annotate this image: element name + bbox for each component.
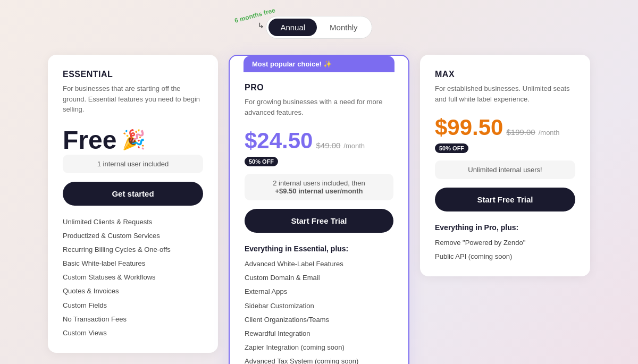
essential-price: Free 🎉 bbox=[63, 125, 203, 155]
pro-price-amount: $24.50 bbox=[245, 128, 313, 154]
essential-users-info: 1 internal user included bbox=[63, 155, 203, 173]
list-item: Custom Fields bbox=[63, 301, 203, 310]
list-item: Sidebar Customization bbox=[245, 301, 393, 311]
pro-cta-button[interactable]: Start Free Trial bbox=[245, 209, 393, 233]
pro-plan-content: PRO For growing businesses with a need f… bbox=[245, 72, 393, 364]
list-item: Advanced Tax System (coming soon) bbox=[245, 357, 393, 364]
essential-plan-description: For businesses that are starting off the… bbox=[63, 83, 203, 115]
list-item: Remove "Powered by Zendo" bbox=[435, 238, 575, 248]
max-features-header: Everything in Pro, plus: bbox=[435, 223, 575, 232]
max-discount-badge: 50% OFF bbox=[435, 143, 468, 153]
monthly-toggle-button[interactable]: Monthly bbox=[318, 19, 370, 36]
essential-price-text: Free bbox=[63, 125, 116, 155]
max-price-period: /month bbox=[539, 129, 560, 137]
list-item: Basic White-label Features bbox=[63, 259, 203, 268]
list-item: Productized & Custom Services bbox=[63, 231, 203, 241]
max-plan-card: MAX For established businesses. Unlimite… bbox=[420, 55, 590, 276]
essential-plan-name: ESSENTIAL bbox=[63, 70, 203, 79]
pro-features-header: Everything in Essential, plus: bbox=[245, 244, 393, 253]
essential-cta-button[interactable]: Get started bbox=[63, 182, 203, 206]
pro-users-info: 2 internal users included, then +$9.50 i… bbox=[245, 174, 393, 200]
pro-users-extra: +$9.50 internal user/month bbox=[275, 187, 363, 195]
pro-price-row: $24.50 $49.00 /month 50% OFF bbox=[245, 128, 393, 166]
list-item: Zapier Integration (coming soon) bbox=[245, 343, 393, 352]
list-item: Recurring Billing Cycles & One-offs bbox=[63, 245, 203, 255]
arrow-indicator: ↳ bbox=[258, 21, 264, 30]
pro-discount-badge: 50% OFF bbox=[245, 157, 278, 166]
pro-price-original: $49.00 bbox=[316, 141, 340, 150]
list-item: Public API (coming soon) bbox=[435, 252, 575, 261]
essential-plan-card: ESSENTIAL For businesses that are starti… bbox=[48, 55, 218, 353]
list-item: Custom Statuses & Workflows bbox=[63, 273, 203, 282]
list-item: Quotes & Invoices bbox=[63, 286, 203, 296]
pro-plan-name: PRO bbox=[245, 83, 393, 92]
popular-badge: Most popular choice! ✨ bbox=[244, 56, 394, 72]
billing-toggle: Annual Monthly bbox=[266, 16, 372, 39]
max-price-amount: $99.50 bbox=[435, 115, 503, 140]
max-users-info: Unlimited internal users! bbox=[435, 160, 575, 179]
max-users-text: Unlimited internal users! bbox=[468, 166, 542, 174]
plans-container: ESSENTIAL For businesses that are starti… bbox=[27, 55, 611, 364]
essential-features-list: Unlimited Clients & Requests Productized… bbox=[63, 217, 203, 338]
max-features-list: Remove "Powered by Zendo" Public API (co… bbox=[435, 238, 575, 261]
max-plan-name: MAX bbox=[435, 70, 575, 79]
pro-price-period: /month bbox=[343, 142, 365, 150]
pro-features-list: Advanced White-Label Features Custom Dom… bbox=[245, 259, 393, 364]
annual-toggle-button[interactable]: Annual bbox=[268, 19, 317, 36]
max-cta-button[interactable]: Start Free Trial bbox=[435, 188, 575, 211]
list-item: No Transaction Fees bbox=[63, 315, 203, 324]
list-item: Unlimited Clients & Requests bbox=[63, 217, 203, 227]
list-item: External Apps bbox=[245, 287, 393, 297]
essential-users-text: 1 internal user included bbox=[97, 160, 169, 168]
list-item: Custom Views bbox=[63, 328, 203, 338]
list-item: Advanced White-Label Features bbox=[245, 259, 393, 269]
pro-users-text: 2 internal users included, then bbox=[252, 179, 386, 187]
pro-plan-description: For growing businesses with a need for m… bbox=[245, 97, 393, 117]
list-item: Client Organizations/Teams bbox=[245, 315, 393, 325]
max-plan-description: For established businesses. Unlimited se… bbox=[435, 83, 575, 104]
list-item: Custom Domain & Email bbox=[245, 273, 393, 283]
pro-plan-card: Most popular choice! ✨ PRO For growing b… bbox=[229, 55, 409, 364]
party-icon: 🎉 bbox=[122, 129, 146, 151]
max-price-row: $99.50 $199.00 /month 50% OFF bbox=[435, 115, 575, 153]
billing-toggle-wrapper: 6 months free ↳ Annual Monthly bbox=[266, 16, 372, 39]
list-item: Rewardful Integration bbox=[245, 329, 393, 338]
max-price-original: $199.00 bbox=[506, 128, 535, 137]
